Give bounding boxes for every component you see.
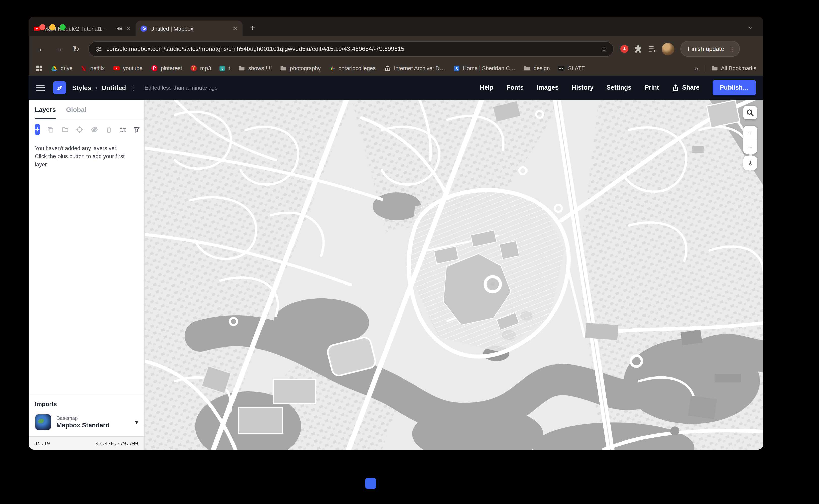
folder-icon: [280, 65, 287, 72]
breadcrumb-styles[interactable]: Styles: [72, 84, 91, 91]
imports-title: Imports: [35, 401, 138, 408]
bookmark-netflix[interactable]: netflix: [81, 65, 105, 71]
share-label: Share: [682, 84, 700, 91]
netflix-icon: [81, 65, 87, 71]
bookmark-slate[interactable]: SLATE: [558, 65, 585, 72]
dock-app-hint[interactable]: [365, 478, 376, 489]
nav-images[interactable]: Images: [537, 84, 559, 91]
bookmark-folder-photography[interactable]: photography: [280, 65, 321, 72]
back-button[interactable]: ←: [34, 41, 50, 57]
bookmark-label: ontariocolleges: [338, 65, 376, 71]
style-menu-kebab-icon[interactable]: ⋮: [130, 84, 136, 91]
bookmark-label: photography: [290, 65, 321, 71]
finish-update-button[interactable]: Finish update ⋮: [680, 41, 740, 57]
tab-close-icon[interactable]: ×: [232, 25, 238, 32]
studio-header: Styles › Untitled ⋮ Edited less than a m…: [29, 76, 763, 100]
bookmark-sheridan[interactable]: Home | Sheridan C…: [453, 65, 516, 71]
bookmark-label: netflix: [90, 65, 105, 71]
bookmark-ontariocolleges[interactable]: ontariocolleges: [329, 65, 376, 71]
all-bookmarks-button[interactable]: All Bookmarks: [711, 65, 756, 72]
close-window-button[interactable]: [39, 24, 45, 30]
nav-print[interactable]: Print: [645, 84, 659, 91]
share-icon: [672, 84, 679, 91]
coordinates-readout: 43.470,-79.700: [96, 440, 138, 446]
browser-toolbar: ← → ↻ console.mapbox.com/studio/styles/m…: [29, 36, 763, 61]
bookmark-drive[interactable]: drive: [51, 65, 73, 71]
filter-layers-icon[interactable]: [133, 126, 140, 133]
toggle-visibility-icon[interactable]: [90, 125, 98, 134]
nav-history[interactable]: History: [572, 84, 593, 91]
zoom-to-layer-icon[interactable]: [76, 125, 84, 134]
tab-audio-icon[interactable]: [116, 25, 122, 31]
pinwheel-icon: [329, 65, 335, 71]
new-tab-button[interactable]: +: [245, 21, 260, 35]
s-blue-icon: [453, 65, 460, 71]
nav-help[interactable]: Help: [480, 84, 494, 91]
bookmark-t[interactable]: t: [219, 65, 230, 71]
tab-close-icon[interactable]: ×: [125, 25, 131, 32]
bookmark-youtube[interactable]: youtube: [113, 65, 142, 72]
drive-icon: [51, 65, 57, 71]
mapbox-studio-logo[interactable]: [53, 81, 66, 94]
zoom-in-button[interactable]: +: [743, 126, 757, 140]
basemap-import-row[interactable]: Basemap Mapbox Standard ▾: [35, 414, 138, 430]
tab-layers[interactable]: Layers: [35, 106, 56, 119]
chevron-down-icon[interactable]: ▾: [135, 419, 138, 426]
map-canvas[interactable]: [145, 100, 763, 450]
bookmarks-overflow-icon[interactable]: »: [695, 64, 698, 72]
new-group-folder-icon[interactable]: [61, 125, 69, 134]
adblock-extension-icon[interactable]: [620, 44, 629, 53]
bookmark-label: design: [534, 65, 550, 71]
window-controls: [39, 24, 66, 30]
bookmark-label: Internet Archive: D…: [394, 65, 445, 71]
bookmarks-divider: [704, 65, 705, 72]
layer-toolbar: + 0/0: [29, 119, 144, 140]
folder-icon: [524, 65, 531, 72]
compass-reset-bearing-button[interactable]: [743, 156, 757, 170]
bookmark-label: t: [229, 65, 230, 71]
fullscreen-window-button[interactable]: [59, 24, 66, 30]
browser-menu-kebab-icon[interactable]: ⋮: [729, 45, 735, 53]
extensions-cluster: [620, 43, 674, 55]
bookmark-mp3[interactable]: mp3: [190, 65, 211, 72]
finish-update-label: Finish update: [688, 45, 724, 52]
bookmark-internet-archive[interactable]: Internet Archive: D…: [384, 65, 445, 72]
site-settings-icon[interactable]: [95, 45, 102, 53]
nav-fonts[interactable]: Fonts: [507, 84, 524, 91]
publish-button[interactable]: Publish…: [713, 80, 756, 95]
hamburger-menu-icon[interactable]: [36, 84, 45, 91]
basemap-kicker: Basemap: [56, 415, 109, 421]
duplicate-layer-icon[interactable]: [46, 125, 54, 134]
tab-search-button[interactable]: ⌄: [744, 22, 757, 32]
zoom-out-button[interactable]: −: [743, 140, 757, 154]
breadcrumb-style-name[interactable]: Untitled: [102, 84, 126, 91]
reload-button[interactable]: ↻: [68, 41, 84, 57]
bookmark-folder-shows[interactable]: shows!!!!!: [238, 65, 272, 72]
media-controls-icon[interactable]: [648, 44, 657, 53]
url-text[interactable]: console.mapbox.com/studio/styles/monatgn…: [106, 45, 597, 52]
browser-window: M&M Module2 Tutorial1 - × Untitled | Map…: [29, 17, 763, 450]
tab-global[interactable]: Global: [66, 106, 86, 119]
map-search-button[interactable]: [743, 106, 757, 119]
apps-grid-icon[interactable]: [35, 64, 43, 72]
address-bar[interactable]: console.mapbox.com/studio/styles/monatgn…: [88, 41, 614, 57]
tab-mapbox[interactable]: Untitled | Mapbox ×: [136, 21, 242, 36]
nav-settings[interactable]: Settings: [607, 84, 632, 91]
bookmark-pinterest[interactable]: pinterest: [151, 65, 182, 72]
bookmark-folder-design[interactable]: design: [524, 65, 550, 72]
add-layer-button[interactable]: +: [35, 124, 40, 135]
map-viewport[interactable]: + −: [145, 100, 763, 450]
studio-nav: Help Fonts Images History Settings Print…: [480, 80, 756, 95]
share-button[interactable]: Share: [672, 84, 700, 91]
zoom-level-readout: 15.19: [35, 440, 50, 446]
forward-button[interactable]: →: [51, 41, 67, 57]
t-mark-icon: [219, 65, 226, 71]
extensions-puzzle-icon[interactable]: [634, 45, 643, 53]
pinterest-icon: [151, 65, 158, 72]
profile-avatar[interactable]: [662, 43, 674, 55]
minimize-window-button[interactable]: [49, 24, 55, 30]
delete-layer-icon[interactable]: [105, 125, 113, 134]
bookmark-label: Home | Sheridan C…: [463, 65, 516, 71]
bookmark-label: youtube: [123, 65, 142, 71]
bookmark-star-icon[interactable]: ☆: [601, 45, 607, 53]
